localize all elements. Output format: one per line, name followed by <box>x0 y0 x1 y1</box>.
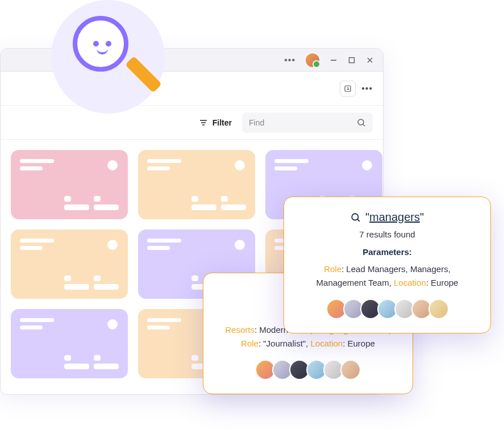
popup-title: "managers" <box>300 211 474 224</box>
popup-parameters: Role: Lead Managers, Managers, Managemen… <box>300 262 474 290</box>
popup-results-line: 7 results found <box>300 229 474 239</box>
filter-icon <box>199 118 208 127</box>
find-placeholder: Find <box>249 118 264 127</box>
window-minimize-icon[interactable] <box>330 56 338 64</box>
card-status-dot <box>362 160 372 170</box>
svg-line-9 <box>363 124 365 126</box>
card[interactable] <box>11 150 128 219</box>
svg-rect-1 <box>349 57 355 62</box>
card[interactable] <box>11 229 128 299</box>
search-icon <box>351 212 361 223</box>
window-close-icon[interactable] <box>366 56 374 64</box>
svg-line-13 <box>357 219 359 221</box>
svg-rect-4 <box>345 86 351 91</box>
filter-button[interactable]: Filter <box>199 118 232 127</box>
card-status-dot <box>235 240 245 250</box>
card[interactable] <box>138 150 255 219</box>
search-icon <box>357 118 366 127</box>
search-result-popup-primary: "managers" 7 results found Parameters: R… <box>284 197 491 333</box>
profile-avatar[interactable] <box>306 53 319 67</box>
svg-point-8 <box>358 119 364 125</box>
result-avatars <box>300 299 474 319</box>
popup-query: managers <box>369 211 420 223</box>
find-input[interactable]: Find <box>242 112 373 133</box>
card[interactable] <box>11 309 128 378</box>
svg-point-12 <box>352 214 358 220</box>
popup-parameters-label: Parameters: <box>300 247 474 257</box>
card-status-dot <box>235 160 245 170</box>
avatar[interactable] <box>340 360 361 380</box>
result-avatars <box>219 360 397 380</box>
card-status-dot <box>107 160 118 170</box>
card-status-dot <box>107 240 118 250</box>
magnifier-illustration <box>73 16 128 72</box>
more-actions-icon[interactable]: ••• <box>361 84 373 94</box>
avatar[interactable] <box>428 299 449 319</box>
card-status-dot <box>107 319 118 329</box>
open-external-icon[interactable] <box>340 81 356 97</box>
filter-label: Filter <box>213 118 232 127</box>
filter-row: Filter Find <box>1 106 383 140</box>
browser-menu-dots[interactable]: ••• <box>284 55 295 65</box>
window-maximize-icon[interactable] <box>348 56 356 64</box>
